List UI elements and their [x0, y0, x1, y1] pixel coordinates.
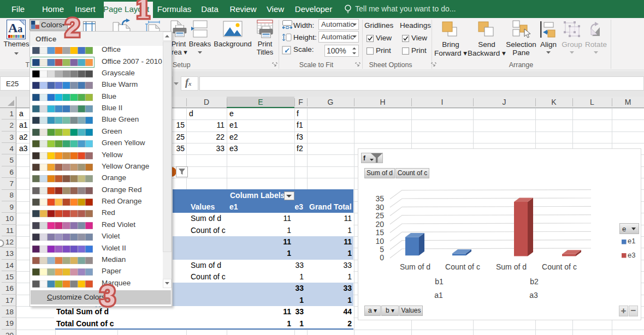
svg-text:3: 3 [100, 280, 115, 312]
svg-text:1: 1 [136, 0, 150, 24]
svg-text:2: 2 [65, 13, 80, 42]
